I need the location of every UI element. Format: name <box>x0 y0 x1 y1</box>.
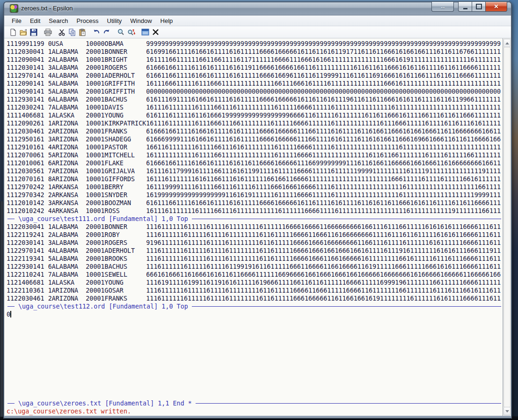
cursor-line-text: 0 <box>7 311 10 318</box>
data-row-rogers[interactable]: 1122030141 3ALABAMA 20001ROGERS 91961111… <box>7 239 503 247</box>
menu-item-utility[interactable]: Utility <box>103 16 126 25</box>
mode-line: \uga_course\zeroes.txt [Fundamental] 1,1… <box>7 399 503 407</box>
data-row-aderholt[interactable]: 1112970141 4ALABAMA 20001ADERHOLT 616611… <box>7 72 503 80</box>
data-row-bachus[interactable]: 1112930141 6ALABAMA 20001BACHUS 61611169… <box>7 96 503 103</box>
mode-line-text: \uga_course\test111.ord [Fundamental] 1,… <box>18 215 188 223</box>
copy-button[interactable] <box>67 27 77 37</box>
vertical-scrollbar[interactable] <box>503 38 511 416</box>
data-row-snyder[interactable]: 1112970342 2ARKANSA 10001SNYDER 16199999… <box>7 191 503 199</box>
redo-button[interactable] <box>102 27 112 37</box>
close-buffer-button[interactable] <box>150 27 161 37</box>
buffer-list-button[interactable] <box>140 27 150 37</box>
find-replace-button[interactable] <box>126 27 136 37</box>
mode-line-text: \uga_course\test112.ord [Fundamental] 1,… <box>18 302 188 310</box>
data-row-young[interactable]: 1111406681 1ALASKA 20001YOUNG 6161116111… <box>7 111 503 119</box>
data-row-ross[interactable]: 1112010242 4ARKANSA 10001ROSS 1611161111… <box>7 207 503 215</box>
data-row-gosar[interactable]: 1122110361 1ARIZONA 20001GOSAR 111611111… <box>7 287 503 295</box>
search-replace-icon <box>127 29 135 36</box>
data-row-bonner[interactable]: 1122030041 1ALABAMA 20001BONNER 11161111… <box>7 223 503 231</box>
mode-line-dash <box>192 219 501 219</box>
mode-line: \uga_course\test111.ord [Fundamental] 1,… <box>7 215 503 223</box>
menu-item-process[interactable]: Process <box>73 16 102 25</box>
scrollbar-thumb[interactable] <box>503 47 511 407</box>
menu-item-window[interactable]: Window <box>126 16 155 25</box>
data-row-franks[interactable]: 1112030461 2ARIZONA 20001FRANKS 61666166… <box>7 127 503 135</box>
scroll-down-button[interactable] <box>503 407 511 415</box>
copy-icon <box>68 29 76 36</box>
data-row-giffords[interactable]: 1112070161 8ARIZONA 10001GIFFORDS 161116… <box>7 175 503 183</box>
mode-line-dash <box>7 306 15 307</box>
editor-area: 1119991199 0USA 10000OBAMA 9999999999999… <box>4 38 511 416</box>
data-row-bachus[interactable]: 1122930141 6ALABAMA 20001BACHUS 11161111… <box>7 263 503 271</box>
data-row-obama[interactable]: 1119991199 0USA 10000OBAMA 9999999999999… <box>7 40 503 48</box>
menu-item-file[interactable]: File <box>8 16 25 25</box>
scroll-up-button[interactable] <box>503 39 511 47</box>
undo-icon <box>93 29 100 36</box>
paste-icon <box>79 29 86 36</box>
epsilon-window: zeroes.txt - Epsilon ↔ ✕ FileEditSearchP… <box>3 1 512 419</box>
data-row-shadegg[interactable]: 1112950161 3ARIZONA 20001SHADEGG 6166699… <box>7 135 503 143</box>
redo-icon <box>103 29 110 36</box>
data-row-griffith[interactable]: 1119090141 5ALABAMA 20001GRIFFITH 000000… <box>7 88 503 96</box>
scroll-up-icon <box>505 42 509 44</box>
cursor-line[interactable]: 0 <box>7 310 503 318</box>
data-row-kirkpatrick[interactable]: 1112090261 1ARIZONA 10001KIRKPATRICK1611… <box>7 119 503 127</box>
scroll-down-icon <box>505 410 509 413</box>
data-row-flake[interactable]: 1112010061 6ARIZONA 20001FLAKE 616661661… <box>7 159 503 167</box>
data-row-sewell[interactable]: 1122110241 7ALABAMA 10001SEWELL 66616166… <box>7 271 503 279</box>
menu-bar: FileEditSearchProcessUtilityWindowHelp <box>4 15 511 26</box>
cut-button[interactable] <box>57 27 67 37</box>
data-row-rogers[interactable]: 1112030141 3ALABAMA 20001ROGERS 61666166… <box>7 64 503 72</box>
new-file-icon <box>9 29 17 36</box>
data-row-aderholt[interactable]: 1122970141 4ALABAMA 20001ADERHOLT 111611… <box>7 247 503 255</box>
data-row-mitchell[interactable]: 1112070061 5ARIZONA 10001MITCHELL 161111… <box>7 151 503 159</box>
mode-line-text: \uga_course\zeroes.txt [Fundamental] 1,1… <box>18 399 192 407</box>
mode-line: \uga_course\test112.ord [Fundamental] 1,… <box>7 302 503 310</box>
undo-button[interactable] <box>91 27 102 37</box>
mode-line-dash <box>7 403 15 404</box>
data-row-franks[interactable]: 1122030461 2ARIZONA 20001FRANKS 11161111… <box>7 295 503 302</box>
data-row-young[interactable]: 1121406681 1ALASKA 20001YOUNG 1116191111… <box>7 279 503 287</box>
new-file-button[interactable] <box>8 27 18 37</box>
minimize-button[interactable] <box>458 1 472 12</box>
maximize-icon <box>476 4 482 9</box>
print-icon <box>44 29 52 36</box>
mode-line-dash <box>192 306 501 307</box>
data-row-bright[interactable]: 1112090041 2ALABAMA 10001BRIGHT 16111166… <box>7 56 503 64</box>
menu-item-search[interactable]: Search <box>45 16 72 25</box>
data-row-pastor[interactable]: 1112910161 4ARIZONA 10001PASTOR 16611611… <box>7 143 503 151</box>
menu-item-help[interactable]: Help <box>157 16 177 25</box>
window-title: zeroes.txt - Epsilon <box>21 5 73 12</box>
paste-button[interactable] <box>77 27 88 37</box>
save-file-button[interactable] <box>29 27 39 37</box>
open-file-button[interactable] <box>18 27 29 37</box>
text-cursor <box>10 311 11 317</box>
resize-horizontal-button[interactable]: ↔ <box>431 1 454 12</box>
data-row-griffith[interactable]: 1112090141 5ALABAMA 10001GRIFFITH 161116… <box>7 80 503 88</box>
maximize-button[interactable] <box>472 1 485 12</box>
menu-item-edit[interactable]: Edit <box>26 16 44 25</box>
status-message: c:\uga_course\zeroes.txt written. <box>7 407 503 415</box>
minimize-icon <box>463 8 467 9</box>
resize-horizontal-icon: ↔ <box>440 4 446 10</box>
data-row-berry[interactable]: 1112970242 1ARKANSA 10001BERRY 161119999… <box>7 183 503 191</box>
tool-bar <box>4 26 511 38</box>
find-button[interactable] <box>116 27 126 37</box>
close-button[interactable]: ✕ <box>485 1 507 12</box>
cut-icon <box>58 29 66 36</box>
data-row-boozman[interactable]: 1112010142 3ARKANSA 20001BOOZMAN 6161116… <box>7 199 503 207</box>
data-row-grijalva[interactable]: 1112030561 7ARIZONA 10001GRIJALVA 161116… <box>7 167 503 175</box>
text-pane[interactable]: 1119991199 0USA 10000OBAMA 9999999999999… <box>4 38 503 416</box>
buffer-list-icon <box>141 29 149 36</box>
data-row-davis[interactable]: 1112030241 7ALABAMA 10001DAVIS 161116111… <box>7 103 503 111</box>
bottom-status-block: \uga_course\zeroes.txt [Fundamental] 1,1… <box>4 399 503 415</box>
open-file-icon <box>20 29 28 36</box>
data-row-brooks[interactable]: 1122119341 5ALABAMA 20001BROOKS 11161111… <box>7 255 503 263</box>
data-row-bonner[interactable]: 1112030041 1ALABAMA 20001BONNER 61699166… <box>7 48 503 56</box>
close-icon: ✕ <box>494 4 498 9</box>
close-x-icon <box>152 29 159 36</box>
print-button[interactable] <box>43 27 53 37</box>
title-bar[interactable]: zeroes.txt - Epsilon ↔ ✕ <box>4 2 511 15</box>
mode-line-dash <box>7 219 15 219</box>
data-row-roby[interactable]: 1122119241 2ALABAMA 20001ROBY 1116111111… <box>7 231 503 239</box>
